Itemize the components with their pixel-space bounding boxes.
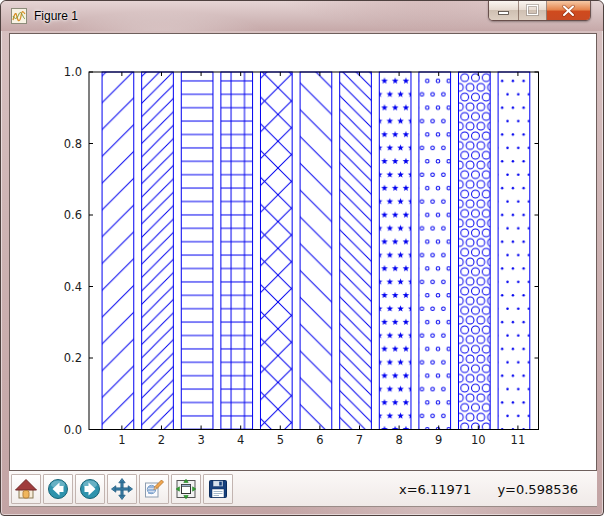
back-button[interactable] — [43, 474, 73, 504]
navigation-toolbar: x=6.11971 y=0.598536 — [9, 471, 597, 507]
x-tick-label: 4 — [237, 433, 244, 447]
x-tick-label: 3 — [197, 433, 204, 447]
window-title: Figure 1 — [34, 9, 78, 23]
y-tick-label: 0.4 — [64, 280, 82, 294]
caption-buttons — [488, 1, 591, 21]
bar-3 — [181, 72, 213, 430]
titlebar[interactable]: Figure 1 — [1, 1, 603, 31]
save-button[interactable] — [203, 474, 233, 504]
pan-arrows-icon — [110, 477, 134, 501]
figure-window: Figure 1 — [0, 0, 604, 516]
configure-subplots-button[interactable] — [171, 474, 201, 504]
home-button[interactable] — [11, 474, 41, 504]
y-tick-label: 1.0 — [64, 65, 82, 79]
x-tick-label: 2 — [158, 433, 165, 447]
bar-8 — [379, 72, 411, 430]
minimize-button[interactable] — [489, 1, 519, 20]
y-tick-label: 0.8 — [64, 137, 82, 151]
x-tick-label: 1 — [118, 433, 125, 447]
close-icon — [547, 1, 590, 20]
x-tick-label: 10 — [471, 433, 486, 447]
close-button[interactable] — [547, 1, 590, 20]
bar-11 — [498, 72, 530, 430]
zoom-rect-icon — [142, 477, 166, 501]
x-tick-label: 11 — [511, 433, 526, 447]
y-tick-label: 0.0 — [64, 423, 82, 437]
x-tick-label: 7 — [356, 433, 363, 447]
y-tick-label: 0.2 — [64, 351, 82, 365]
maximize-button[interactable] — [519, 1, 547, 20]
pan-button[interactable] — [107, 474, 137, 504]
figure-canvas[interactable]: 12345678910110.00.20.40.60.81.0 — [9, 33, 597, 471]
maximize-icon — [519, 1, 546, 20]
bar-6 — [300, 72, 332, 430]
x-tick-label: 6 — [316, 433, 323, 447]
home-icon — [14, 477, 38, 501]
plot-area: 12345678910110.00.20.40.60.81.0 — [10, 34, 596, 470]
cursor-position-readout: x=6.11971 y=0.598536 — [399, 471, 578, 507]
save-floppy-icon — [206, 477, 230, 501]
x-tick-label: 9 — [435, 433, 442, 447]
forward-button[interactable] — [75, 474, 105, 504]
minimize-icon — [489, 1, 518, 20]
subplots-icon — [174, 477, 198, 501]
bar-1 — [102, 72, 134, 430]
bar-10 — [459, 72, 491, 430]
bars-group — [102, 72, 530, 430]
cursor-x-readout: x=6.11971 — [399, 482, 471, 497]
back-arrow-icon — [46, 477, 70, 501]
zoom-to-rect-button[interactable] — [139, 474, 169, 504]
bar-4 — [221, 72, 253, 430]
bar-2 — [142, 72, 174, 430]
y-tick-label: 0.6 — [64, 208, 82, 222]
forward-arrow-icon — [78, 477, 102, 501]
cursor-y-readout: y=0.598536 — [497, 482, 578, 497]
x-tick-label: 8 — [395, 433, 402, 447]
matplotlib-app-icon — [11, 8, 27, 24]
bar-9 — [419, 72, 451, 430]
x-tick-label: 5 — [277, 433, 284, 447]
bar-5 — [260, 72, 292, 430]
bar-7 — [340, 72, 372, 430]
